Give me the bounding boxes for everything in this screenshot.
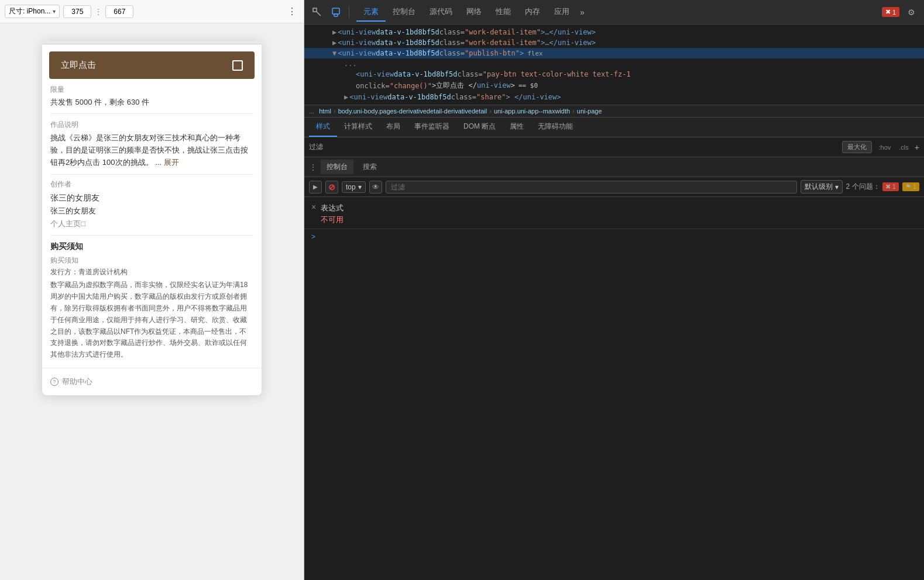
inspect-element-button[interactable] — [309, 4, 325, 20]
more-tabs-button[interactable]: » — [576, 8, 588, 17]
maximize-button[interactable]: 最大化 — [842, 141, 872, 153]
device-icon — [331, 8, 341, 17]
tree-collapse-arrow[interactable]: ▶ — [344, 93, 348, 101]
left-panel: 尺寸: iPhon... ▾ ⋮ ⋮ 立即点击 限量 共发售 5000 件，剩余… — [0, 0, 304, 580]
error-x-icon: ✖ — [885, 183, 891, 190]
tab-sources[interactable]: 源代码 — [423, 3, 459, 22]
breadcrumb-item-html[interactable]: html — [319, 108, 331, 115]
error-badge[interactable]: ✖ 1 — [882, 7, 899, 17]
tab-console-inner[interactable]: 控制台 — [321, 160, 353, 174]
level-label: 默认级别 — [805, 182, 833, 192]
notice-title: 购买须知 — [50, 241, 253, 252]
execute-button[interactable]: ▶ — [309, 181, 322, 194]
tab-dom-breakpoints[interactable]: DOM 断点 — [456, 118, 503, 137]
tab-console[interactable]: 控制台 — [386, 3, 423, 22]
width-input[interactable] — [63, 5, 91, 18]
settings-icon: ⚙ — [908, 8, 915, 17]
help-icon: ? — [50, 378, 59, 386]
console-menu-button[interactable]: ⋮ — [309, 163, 317, 172]
tree-row[interactable]: ▶ <uni-view data-v-1bd8bf5d class="work-… — [304, 37, 924, 48]
devtools-tabs: 元素 控制台 源代码 网络 性能 内存 应用 » — [354, 3, 590, 22]
buy-button[interactable]: 立即点击 — [49, 51, 255, 79]
tab-memory[interactable]: 内存 — [518, 3, 547, 22]
tree-row[interactable]: onclick="change()" >立即点击 </uni-view> == … — [304, 80, 924, 92]
breadcrumb: ... html › body.uni-body.pages-derivativ… — [304, 105, 924, 118]
clear-errors-button[interactable]: ⊘ — [325, 181, 338, 194]
filter-bar: 过滤 最大化 :hov .cls + — [304, 137, 924, 157]
expand-console-row[interactable]: > — [304, 229, 924, 244]
devtools-topbar: 元素 控制台 源代码 网络 性能 内存 应用 » ✖ 1 ⚙ — [304, 0, 924, 25]
device-toggle-button[interactable] — [328, 4, 344, 20]
tab-computed[interactable]: 计算样式 — [337, 118, 379, 137]
close-expression-button[interactable]: × — [311, 203, 316, 211]
more-options-button[interactable]: ⋮ — [285, 6, 299, 17]
styles-tabs-bar: 样式 计算样式 布局 事件监听器 DOM 断点 属性 无障碍功能 — [304, 118, 924, 137]
breadcrumb-item-body[interactable]: body.uni-body.pages-derivativedetail-der… — [338, 108, 487, 115]
settings-button[interactable]: ⚙ — [903, 4, 919, 20]
console-filter-input[interactable] — [386, 181, 797, 194]
device-frame: 立即点击 限量 共发售 5000 件，剩余 630 件 作品说明 挑战《云梯》是… — [42, 41, 262, 395]
tree-expand-arrow[interactable]: ▼ — [332, 49, 336, 57]
console-content: × 表达式 不可用 > — [304, 197, 924, 580]
warn-count-badge[interactable]: ⚑ 1 — [902, 182, 919, 191]
buy-button-label: 立即点击 — [61, 60, 96, 71]
chevron-down-icon: ▾ — [358, 183, 362, 191]
filter-label: 过滤 — [309, 142, 323, 152]
tab-application[interactable]: 应用 — [547, 3, 576, 22]
device-selector[interactable]: 尺寸: iPhon... ▾ — [5, 5, 60, 18]
tab-network[interactable]: 网络 — [459, 3, 489, 22]
help-center-link[interactable]: ? 帮助中心 — [42, 368, 262, 395]
homepage-link[interactable]: 个人主页□ — [50, 219, 253, 229]
height-input[interactable] — [105, 5, 133, 18]
error-count-badge[interactable]: ✖ 1 — [882, 182, 899, 191]
expression-content: 表达式 不可用 — [321, 203, 344, 225]
filter-flags: :hov .cls + — [877, 143, 919, 152]
context-selector[interactable]: top ▾ — [342, 181, 366, 193]
cls-button[interactable]: .cls — [896, 143, 911, 152]
tree-row-selected[interactable]: ▼ <uni-view data-v-1bd8bf5d class="publi… — [304, 48, 924, 58]
log-level-selector[interactable]: 默认级别 ▾ — [801, 180, 843, 194]
dimension-separator: ⋮ — [95, 8, 102, 16]
html-tree: ▶ <uni-view data-v-1bd8bf5d class="work-… — [304, 25, 924, 105]
console-filter-bar: ▶ ⊘ top ▾ 👁 默认级别 ▾ 2 个问题： ✖ 1 ⚑ 1 — [304, 177, 924, 197]
notice-sub: 购买须知 — [50, 256, 253, 265]
device-label: 尺寸: iPhon... — [9, 6, 50, 16]
tab-properties[interactable]: 属性 — [503, 118, 531, 137]
work-description-section: 作品说明 挑战《云梯》是张三的女朋友对张三技术和真心的一种考验，目的是证明张三的… — [42, 114, 262, 175]
error-icon: ✖ — [885, 8, 891, 16]
notice-body: 数字藏品为虚拟数字商品，而非实物，仅限经实名认证为年满18周岁的中国大陆用户购买… — [50, 279, 253, 361]
svg-rect-2 — [332, 8, 339, 14]
context-label: top — [346, 183, 356, 191]
expression-row: × 表达式 不可用 — [304, 199, 924, 229]
breadcrumb-item-uniapp[interactable]: uni-app.uni-app--maxwidth — [494, 108, 570, 115]
tree-row[interactable]: ▶ <uni-view data-v-1bd8bf5d class="share… — [304, 92, 924, 102]
device-toolbar: 尺寸: iPhon... ▾ ⋮ ⋮ — [0, 0, 304, 23]
toolbar-separator-1 — [349, 6, 349, 18]
tree-collapse-arrow[interactable]: ▶ — [332, 28, 336, 36]
tree-row[interactable]: ▶ <uni-view data-v-1bd8bf5d class="work-… — [304, 27, 924, 37]
devtools-right-actions: ✖ 1 ⚙ — [882, 4, 919, 20]
tab-event-listeners[interactable]: 事件监听器 — [407, 118, 456, 137]
tree-row[interactable]: <uni-view data-v-1bd8bf5d class="pay-btn… — [304, 69, 924, 80]
breadcrumb-ellipsis: ... — [309, 108, 314, 115]
add-style-rule-button[interactable]: + — [915, 143, 919, 152]
breadcrumb-item-unipage[interactable]: uni-page — [577, 108, 602, 115]
author-name: 张三的女朋友 — [50, 193, 253, 203]
author-sub: 张三的女朋友 — [50, 206, 253, 216]
expression-value: 不可用 — [321, 215, 344, 225]
issue-count: 2 个问题： ✖ 1 ⚑ 1 — [846, 182, 919, 192]
tab-search[interactable]: 搜索 — [357, 160, 383, 174]
hov-button[interactable]: :hov — [877, 143, 894, 152]
tab-layout[interactable]: 布局 — [379, 118, 407, 137]
tab-performance[interactable]: 性能 — [489, 3, 518, 22]
tree-row[interactable]: ... — [304, 58, 924, 69]
error-count: 1 — [892, 9, 896, 16]
expand-link[interactable]: 展开 — [164, 158, 179, 167]
live-expression-button[interactable]: 👁 — [369, 181, 382, 194]
author-section: 创作者 张三的女朋友 张三的女朋友 个人主页□ — [42, 175, 262, 236]
tree-collapse-arrow[interactable]: ▶ — [332, 39, 336, 47]
chevron-down-icon-2: ▾ — [835, 183, 839, 191]
tab-elements[interactable]: 元素 — [356, 3, 386, 22]
tab-accessibility[interactable]: 无障碍功能 — [531, 118, 580, 137]
tab-styles[interactable]: 样式 — [309, 118, 337, 137]
